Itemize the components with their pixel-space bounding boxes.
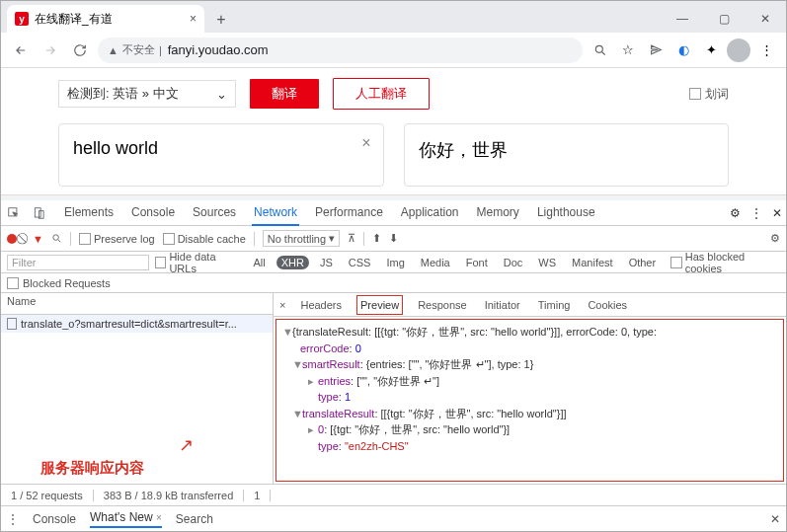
devtools-menu-icon[interactable]: ⋮	[750, 206, 762, 220]
forward-button[interactable]	[39, 38, 62, 62]
close-panel-icon[interactable]: ×	[279, 299, 285, 311]
translate-button[interactable]: 翻译	[250, 79, 319, 109]
resp-tab-cookies[interactable]: Cookies	[585, 296, 630, 314]
resp-tab-response[interactable]: Response	[415, 296, 470, 314]
drawer-tab-console[interactable]: Console	[33, 512, 76, 526]
minimize-button[interactable]: —	[662, 5, 703, 33]
language-bar: 检测到: 英语 » 中文 ⌄ 翻译 人工翻译 划词	[11, 74, 776, 114]
document-icon	[7, 318, 17, 330]
hide-data-urls-toggle[interactable]: Hide data URLs	[155, 251, 243, 274]
new-tab-button[interactable]: +	[208, 7, 234, 33]
clear-input-icon[interactable]: ×	[361, 134, 370, 152]
send-icon[interactable]	[644, 38, 668, 62]
close-window-button[interactable]: ✕	[745, 5, 786, 33]
status-requests: 1 / 52 requests	[1, 490, 94, 501]
toolbar-extensions: ☆ ◐ ✦ ⋮	[589, 38, 778, 62]
filter-js[interactable]: JS	[315, 256, 338, 269]
record-button[interactable]	[7, 234, 17, 244]
drawer-close-icon[interactable]: ✕	[770, 512, 780, 526]
favicon-icon: y	[15, 12, 29, 26]
search-icon[interactable]	[51, 233, 62, 244]
annotation-server-response: 服务器响应内容	[40, 459, 144, 478]
human-translate-button[interactable]: 人工翻译	[333, 78, 430, 110]
back-button[interactable]	[9, 38, 33, 62]
drawer-tab-whatsnew[interactable]: What's New ×	[90, 510, 162, 528]
tab-memory[interactable]: Memory	[475, 200, 521, 226]
extensions-icon[interactable]: ✦	[699, 38, 723, 62]
devtools-drawer: ⋮ Console What's New × Search ✕	[1, 505, 786, 531]
translate-io: hello world × 你好，世界	[11, 114, 776, 196]
wifi-icon[interactable]: ⊼	[348, 232, 355, 245]
browser-tab[interactable]: y 在线翻译_有道 ×	[7, 5, 204, 33]
network-filter-bar: Filter Hide data URLs All XHR JS CSS Img…	[1, 252, 786, 273]
json-preview[interactable]: ▼{translateResult: [[{tgt: "你好，世界", src:…	[275, 319, 784, 482]
tab-title: 在线翻译_有道	[35, 11, 113, 28]
devtools: Elements Console Sources Network Perform…	[1, 200, 786, 531]
ext-icon[interactable]: ◐	[671, 38, 695, 62]
filter-all[interactable]: All	[249, 256, 271, 269]
request-row[interactable]: translate_o?smartresult=dict&smartresult…	[1, 315, 273, 333]
inspect-icon[interactable]	[5, 204, 23, 222]
menu-icon[interactable]: ⋮	[754, 38, 778, 62]
checkbox-icon	[689, 88, 701, 100]
language-detected: 检测到: 英语 » 中文	[67, 85, 179, 103]
settings-icon[interactable]: ⚙	[730, 206, 741, 220]
source-input[interactable]: hello world ×	[58, 123, 384, 187]
filter-manifest[interactable]: Manifest	[567, 256, 618, 269]
tab-network[interactable]: Network	[252, 200, 299, 226]
tab-lighthouse[interactable]: Lighthouse	[535, 200, 597, 226]
filter-img[interactable]: Img	[381, 256, 409, 269]
drawer-menu-icon[interactable]: ⋮	[7, 512, 19, 526]
filter-other[interactable]: Other	[624, 256, 662, 269]
svg-point-0	[595, 45, 602, 52]
svg-point-4	[53, 235, 59, 241]
network-settings-icon[interactable]: ⚙	[770, 232, 780, 245]
source-text: hello world	[73, 138, 158, 158]
omnibox[interactable]: ▲ 不安全 | fanyi.youdao.com	[98, 38, 583, 63]
profile-avatar[interactable]	[727, 38, 750, 62]
search-icon[interactable]	[589, 38, 612, 62]
filter-xhr[interactable]: XHR	[276, 256, 309, 269]
tab-sources[interactable]: Sources	[191, 200, 238, 226]
tab-elements[interactable]: Elements	[62, 200, 116, 226]
preserve-log-toggle[interactable]: Preserve log	[79, 233, 155, 245]
star-icon[interactable]: ☆	[616, 38, 640, 62]
drawer-tab-search[interactable]: Search	[176, 512, 213, 526]
tab-application[interactable]: Application	[399, 200, 461, 226]
devtools-close-icon[interactable]: ✕	[772, 206, 782, 220]
device-icon[interactable]	[31, 204, 48, 222]
filter-css[interactable]: CSS	[344, 256, 376, 269]
blocked-cookies-toggle[interactable]: Has blocked cookies	[670, 251, 780, 274]
filter-icon[interactable]: ▼	[33, 233, 43, 245]
filter-font[interactable]: Font	[461, 256, 493, 269]
tab-performance[interactable]: Performance	[313, 200, 385, 226]
filter-doc[interactable]: Doc	[499, 256, 528, 269]
status-transfer: 383 B / 18.9 kB transferred	[94, 490, 244, 501]
blocked-requests-row[interactable]: Blocked Requests	[1, 273, 786, 293]
reload-button[interactable]	[68, 38, 92, 62]
name-column-header[interactable]: Name	[1, 293, 273, 315]
download-har-icon[interactable]: ⬇	[389, 232, 398, 245]
address-bar: ▲ 不安全 | fanyi.youdao.com ☆ ◐ ✦ ⋮	[1, 33, 786, 68]
network-main: 预览响应内容 ↙ Name translate_o?smartresult=di…	[1, 293, 786, 484]
filter-input[interactable]: Filter	[7, 255, 149, 270]
resp-tab-preview[interactable]: Preview	[356, 295, 403, 315]
disable-cache-toggle[interactable]: Disable cache	[163, 233, 246, 245]
throttling-select[interactable]: No throttling▾	[263, 230, 340, 247]
maximize-button[interactable]: ▢	[703, 5, 745, 33]
word-select-toggle[interactable]: 划词	[689, 86, 729, 103]
chevron-down-icon: ⌄	[216, 87, 227, 102]
word-select-label: 划词	[705, 86, 729, 103]
resp-tab-initiator[interactable]: Initiator	[482, 296, 523, 314]
resp-tab-timing[interactable]: Timing	[535, 296, 574, 314]
upload-har-icon[interactable]: ⬆	[372, 232, 381, 245]
filter-ws[interactable]: WS	[533, 256, 561, 269]
target-text: 你好，世界	[419, 140, 508, 160]
close-tab-icon[interactable]: ×	[190, 12, 197, 26]
insecure-icon: ▲ 不安全 |	[108, 42, 162, 57]
request-list: Name translate_o?smartresult=dict&smartr…	[1, 293, 274, 484]
resp-tab-headers[interactable]: Headers	[297, 296, 345, 314]
language-select[interactable]: 检测到: 英语 » 中文 ⌄	[58, 80, 236, 108]
filter-media[interactable]: Media	[416, 256, 455, 269]
tab-console[interactable]: Console	[129, 200, 177, 226]
